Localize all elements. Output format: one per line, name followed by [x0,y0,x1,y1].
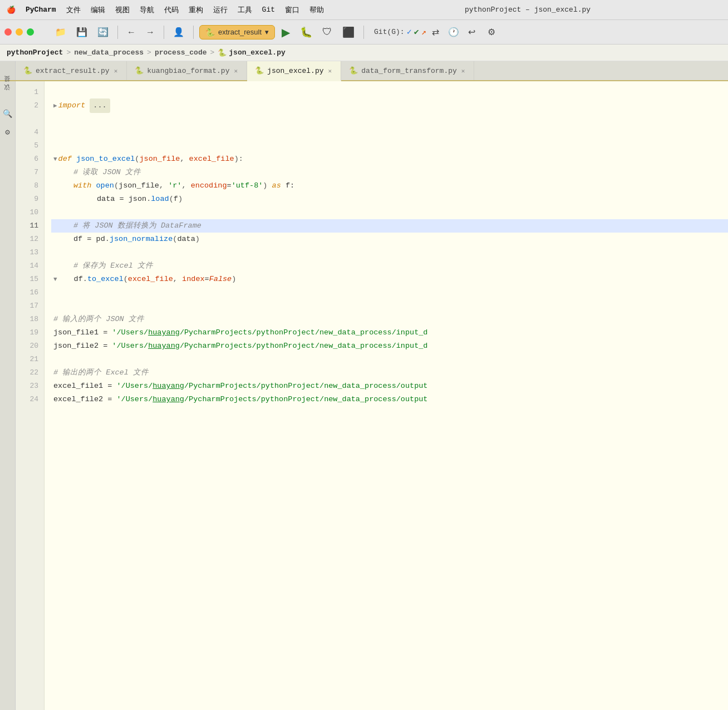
fold-arrow-2[interactable]: ▶ [53,99,57,112]
code-line-5 [51,139,728,152]
tab-label-3: json_excel.py [267,67,323,75]
code-line-19: json_file1 = '/Users/huayang/PycharmProj… [51,326,728,339]
menu-window[interactable]: 窗口 [285,5,299,15]
tab-icon-3: 🐍 [255,66,264,75]
fold-arrow-15[interactable]: ▼ [53,273,57,286]
comment-5: # 输出的两个 Excel 文件 [53,366,149,379]
code-line-24: excel_file2 = '/Users/huayang/PycharmPro… [51,393,728,406]
menu-help[interactable]: 帮助 [309,5,324,15]
tab-kuangbiao-format[interactable]: 🐍 kuangbiao_format.py ✕ [127,61,247,80]
line-num-15: 15 [16,273,38,286]
op-12: = [87,233,91,246]
menu-run[interactable]: 运行 [213,5,228,15]
line-num-7: 7 [16,166,38,179]
tab-close-4[interactable]: ✕ [460,66,466,76]
apple-menu[interactable]: 🍎 [7,6,16,14]
menu-tools[interactable]: 工具 [238,5,252,15]
sidebar-icon-4[interactable]: ⚙ [5,127,9,137]
sidebar-icon-3[interactable]: 🔍 [3,109,12,119]
var-json-file2: json_file2 [53,339,99,353]
keyword-import: import [58,99,86,112]
coverage-button[interactable]: 🛡 [319,24,336,40]
breadcrumb-folder-2[interactable]: process_code [155,48,207,57]
var-json-file1: json_file1 [53,326,99,339]
line-num-14: 14 [16,259,38,273]
tab-label-2: kuangbiao_format.py [147,67,229,75]
git-label: Git(G): [374,28,405,36]
line-num-11: 11 [16,219,38,233]
tab-data-form-transform[interactable]: 🐍 data_form_transform.py ✕ [341,61,474,80]
profile-button[interactable]: 👤 [170,24,188,40]
code-editor[interactable]: ▶ import ... ▼ def json_to_excel ( json_… [45,81,728,710]
punct-8-1: ( [114,179,119,193]
var-excel-file1: excel_file1 [53,379,103,393]
menu-edit[interactable]: 编辑 [91,5,105,15]
git-branch-icon[interactable]: ✓ [407,27,412,37]
menu-file[interactable]: 文件 [66,5,81,15]
python-icon: 🐍 [205,28,215,37]
stop-button[interactable]: ⬛ [339,24,358,41]
menu-nav[interactable]: 导航 [140,5,154,15]
func-name: json_to_excel [76,152,135,166]
keyword-with: with [73,179,91,193]
code-line-8: with open ( json_file , 'r' , encoding =… [51,179,728,193]
window-maximize-button[interactable] [27,28,34,36]
tab-icon-4: 🐍 [349,66,358,75]
back-button[interactable]: ← [124,25,139,40]
punct-9-3: ) [178,193,183,206]
code-line-15: ▼ df . to_excel ( excel_file , index = F… [51,273,728,286]
git-fetch-button[interactable]: ⇄ [429,24,442,40]
str-path-20: '/Users/huayang/PycharmProjects/pythonPr… [112,339,427,353]
punct-15-4: ) [232,273,236,286]
tab-close-1[interactable]: ✕ [113,66,119,76]
fn-to-excel: to_excel [87,273,124,286]
tab-label-1: extract_result.py [36,67,110,75]
window-close-button[interactable] [4,28,12,36]
project-view-button[interactable]: 📁 [52,24,70,40]
menu-code[interactable]: 代码 [164,5,179,15]
settings-button[interactable]: ⚙ [484,24,499,40]
tab-extract-result[interactable]: 🐍 extract_result.py ✕ [16,61,127,80]
line-num-10: 10 [16,206,38,219]
app-name: PyCharm [26,6,56,14]
side-panel-icons [0,61,16,80]
line-num-20: 20 [16,339,38,353]
window-minimize-button[interactable] [16,28,23,36]
punct-8-2: , [159,179,164,193]
comment-1: # 读取 JSON 文件 [73,166,141,179]
forward-button[interactable]: → [142,25,158,40]
code-line-23: excel_file1 = '/Users/huayang/PycharmPro… [51,379,728,393]
file-icon: 🐍 [218,48,227,57]
line-num-6: 6 [16,152,38,166]
git-push-icon[interactable]: ↗ [421,27,426,37]
tab-json-excel[interactable]: 🐍 json_excel.py ✕ [247,61,341,81]
tab-close-2[interactable]: ✕ [233,66,239,76]
menu-refactor[interactable]: 重构 [189,5,203,15]
punct-colon: : [239,152,243,166]
toolbar-separator-2 [164,26,164,39]
breadcrumb-file[interactable]: 🐍 json_excel.py [218,48,285,57]
git-rollback-button[interactable]: ↩ [465,24,479,40]
str-path-23: '/Users/huayang/PycharmProjects/pythonPr… [116,379,427,393]
git-check-icon[interactable]: ✔ [414,27,419,37]
code-line-7: # 读取 JSON 文件 [51,166,728,179]
debug-button[interactable]: 🐛 [297,24,316,41]
git-history-button[interactable]: 🕐 [445,24,463,40]
sync-button[interactable]: 🔄 [94,24,112,40]
param-excel-file-15: excel_file [128,273,173,286]
breadcrumb-folder-1[interactable]: new_data_process [74,48,144,57]
run-config-button[interactable]: 🐍 extract_result ▾ [199,25,275,40]
run-button[interactable]: ▶ [278,23,293,41]
breadcrumb-project[interactable]: pythonProject [7,48,63,57]
line-num-4: 4 [16,126,38,139]
fold-arrow-6[interactable]: ▼ [53,152,57,166]
code-line-16 [51,286,728,299]
punct-comma: , [180,152,184,166]
save-button[interactable]: 💾 [73,24,91,40]
menu-git[interactable]: Git [262,6,275,14]
line-num-24: 24 [16,393,38,406]
import-collapsed[interactable]: ... [90,98,110,113]
menu-view[interactable]: 视图 [115,5,130,15]
tab-close-3[interactable]: ✕ [327,66,333,76]
code-line-4 [51,126,728,139]
